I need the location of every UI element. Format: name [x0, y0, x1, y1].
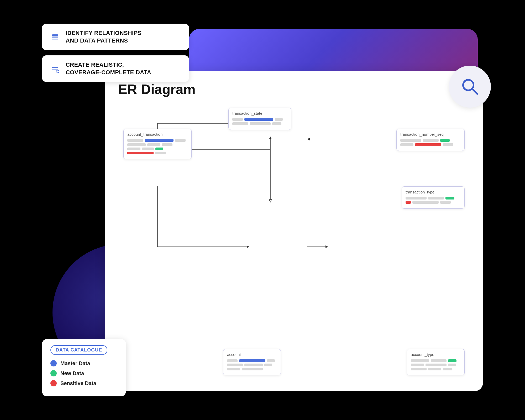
legend-label-master: Master Data	[60, 360, 90, 366]
entity-name-transaction-type: transaction_type	[406, 190, 461, 194]
svg-line-9	[472, 89, 477, 94]
legend-item-new: New Data	[50, 370, 118, 376]
legend-dot-sensitive	[50, 380, 57, 386]
feature-card-identify-text: IDENTIFY RELATIONSHIPS AND DATA PATTERNS	[66, 29, 141, 44]
entity-box-account-type: account_type	[407, 349, 465, 375]
svg-marker-17	[269, 200, 272, 202]
feature-card-create-text: CREATE REALISTIC, COVERAGE-COMPLETE DATA	[66, 61, 151, 76]
svg-rect-1	[52, 36, 58, 38]
svg-rect-0	[52, 34, 58, 36]
entity-box-account: account	[223, 349, 281, 375]
entity-name-transaction-state: transaction_state	[232, 111, 287, 116]
entity-box-transaction-state: transaction_state	[228, 108, 291, 130]
search-icon	[459, 76, 480, 97]
legend-label-new: New Data	[60, 370, 84, 376]
entity-name-transaction-number-seq: transaction_number_seq	[400, 132, 461, 136]
entity-box-transaction-number-seq: transaction_number_seq	[396, 129, 465, 151]
er-diagram-title: ER Diagram	[118, 81, 470, 97]
feature-cards: IDENTIFY RELATIONSHIPS AND DATA PATTERNS…	[42, 24, 189, 82]
search-circle[interactable]	[449, 66, 491, 108]
entity-box-account-transaction: account_transaction	[123, 129, 192, 159]
data-catalogue-badge-text: DATA CATALOGUE	[56, 347, 102, 353]
legend-label-sensitive: Sensitive Data	[60, 380, 96, 386]
er-canvas: account_transaction	[118, 108, 470, 381]
entity-name-account-transaction: account_transaction	[127, 132, 188, 136]
entity-name-account-type: account_type	[411, 352, 461, 357]
entity-box-transaction-type: transaction_type	[402, 186, 465, 209]
scene: IDENTIFY RELATIONSHIPS AND DATA PATTERNS…	[26, 13, 499, 407]
feature-card-create: CREATE REALISTIC, COVERAGE-COMPLETE DATA	[42, 55, 189, 82]
add-db-icon	[49, 63, 61, 75]
svg-rect-4	[52, 69, 58, 70]
data-catalogue-badge: DATA CATALOGUE	[50, 345, 107, 355]
svg-rect-2	[52, 39, 58, 40]
entity-name-account: account	[227, 352, 277, 357]
database-icon	[49, 31, 61, 43]
legend-item-sensitive: Sensitive Data	[50, 380, 118, 386]
legend-item-master: Master Data	[50, 360, 118, 366]
legend-dot-new	[50, 370, 57, 376]
svg-marker-15	[269, 136, 272, 139]
er-card: ER Diagram	[105, 71, 483, 391]
svg-marker-23	[326, 245, 328, 248]
feature-card-identify: IDENTIFY RELATIONSHIPS AND DATA PATTERNS	[42, 24, 189, 50]
data-catalogue-card: DATA CATALOGUE Master Data New Data Sens…	[42, 339, 126, 396]
legend-dot-master	[50, 360, 57, 366]
svg-rect-3	[52, 67, 58, 68]
svg-marker-18	[307, 138, 310, 140]
svg-marker-21	[247, 245, 249, 248]
